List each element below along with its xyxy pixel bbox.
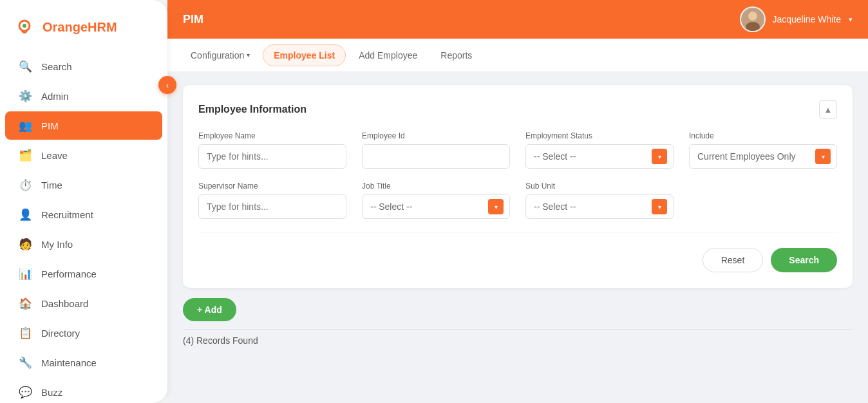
- buzz-icon: 💬: [18, 385, 32, 399]
- include-group: Include Current Employees Only ▾: [689, 131, 837, 169]
- job-title-label: Job Title: [362, 182, 510, 191]
- sidebar-collapse-button[interactable]: ‹: [158, 76, 176, 94]
- search-button[interactable]: Search: [771, 248, 837, 272]
- sidebar-item-pim[interactable]: 👥 PIM: [5, 111, 162, 140]
- sidebar-item-buzz[interactable]: 💬 Buzz: [5, 378, 162, 403]
- form-row-2: Supervisor Name Job Title -- Select -- ▾…: [198, 182, 837, 219]
- directory-icon: 📋: [18, 326, 32, 340]
- sidebar-item-directory[interactable]: 📋 Directory: [5, 319, 162, 347]
- sub-unit-group: Sub Unit -- Select -- ▾: [525, 182, 674, 219]
- tab-reports[interactable]: Reports: [430, 45, 482, 66]
- card-header: Employee Information ▲: [198, 100, 837, 118]
- sub-unit-select[interactable]: -- Select --: [525, 194, 674, 219]
- employee-info-card: Employee Information ▲ Employee Name Emp…: [183, 85, 853, 288]
- employee-id-label: Employee Id: [362, 131, 510, 140]
- employment-status-select[interactable]: -- Select --: [525, 144, 674, 169]
- svg-point-2: [23, 24, 26, 28]
- records-count: (4) Records Found: [183, 335, 258, 346]
- records-divider: [183, 329, 853, 330]
- sidebar-item-recruitment[interactable]: 👤 Recruitment: [5, 200, 162, 229]
- card-title: Employee Information: [198, 104, 307, 115]
- tab-employee-list[interactable]: Employee List: [263, 44, 346, 66]
- sidebar-item-label: Recruitment: [41, 209, 93, 220]
- logo-icon: [13, 15, 36, 39]
- form-row-1: Employee Name Employee Id Employment Sta…: [198, 131, 837, 169]
- topbar: PIM Jacqueline White ▾: [167, 0, 868, 39]
- sidebar: OrangeHRM ‹ 🔍 Search ⚙️ Admin 👥 PIM 🗂️ L…: [0, 0, 167, 403]
- sidebar-item-label: Dashboard: [41, 298, 88, 309]
- avatar: [740, 6, 766, 32]
- actions-row: Reset Search: [198, 243, 837, 272]
- sidebar-nav: 🔍 Search ⚙️ Admin 👥 PIM 🗂️ Leave ⏱️ Time…: [0, 52, 167, 403]
- tab-add-employee[interactable]: Add Employee: [348, 45, 428, 66]
- user-menu[interactable]: Jacqueline White ▾: [740, 6, 853, 32]
- supervisor-name-input[interactable]: [198, 194, 346, 219]
- sidebar-item-label: Time: [41, 180, 62, 191]
- leave-icon: 🗂️: [18, 148, 32, 162]
- employee-id-group: Employee Id: [362, 131, 510, 169]
- include-select[interactable]: Current Employees Only: [689, 144, 837, 169]
- employee-name-label: Employee Name: [198, 131, 346, 140]
- sidebar-item-time[interactable]: ⏱️ Time: [5, 171, 162, 199]
- maintenance-icon: 🔧: [18, 355, 32, 370]
- recruitment-icon: 👤: [18, 207, 32, 221]
- sidebar-item-label: Admin: [41, 91, 69, 102]
- main-content: PIM Jacqueline White ▾ Configuration ▾Em…: [167, 0, 868, 403]
- logo-text: OrangeHRM: [42, 20, 117, 35]
- admin-icon: ⚙️: [18, 89, 32, 103]
- sidebar-item-my-info[interactable]: 🧑 My Info: [5, 230, 162, 258]
- employee-id-input[interactable]: [362, 144, 510, 169]
- supervisor-name-label: Supervisor Name: [198, 182, 346, 191]
- reset-button[interactable]: Reset: [703, 248, 764, 272]
- content-area: Employee Information ▲ Employee Name Emp…: [167, 72, 868, 403]
- sidebar-item-label: Performance: [41, 268, 97, 279]
- sidebar-item-label: Search: [41, 61, 72, 72]
- sidebar-item-search[interactable]: 🔍 Search: [5, 52, 162, 80]
- tab-configuration-chevron-icon: ▾: [247, 52, 250, 59]
- employment-status-label: Employment Status: [525, 131, 674, 140]
- svg-point-4: [748, 12, 757, 21]
- card-divider: [198, 232, 837, 232]
- records-section: + Add (4) Records Found: [183, 298, 853, 346]
- logo: OrangeHRM: [0, 10, 167, 52]
- pim-icon: 👥: [18, 118, 32, 133]
- include-label: Include: [689, 131, 837, 140]
- my-info-icon: 🧑: [18, 237, 32, 251]
- sidebar-item-label: Buzz: [41, 387, 62, 398]
- sidebar-item-admin[interactable]: ⚙️ Admin: [5, 82, 162, 110]
- sidebar-item-label: PIM: [41, 120, 59, 131]
- employment-status-select-wrapper: -- Select -- ▾: [525, 144, 674, 169]
- sub-unit-label: Sub Unit: [525, 182, 674, 191]
- employee-name-input[interactable]: [198, 144, 346, 169]
- employment-status-group: Employment Status -- Select -- ▾: [525, 131, 674, 169]
- job-title-group: Job Title -- Select -- ▾: [362, 182, 510, 219]
- sidebar-item-maintenance[interactable]: 🔧 Maintenance: [5, 348, 162, 377]
- supervisor-name-group: Supervisor Name: [198, 182, 346, 219]
- sidebar-item-leave[interactable]: 🗂️ Leave: [5, 141, 162, 169]
- user-menu-chevron-icon: ▾: [849, 15, 853, 24]
- sidebar-item-label: My Info: [41, 239, 73, 250]
- sidebar-item-performance[interactable]: 📊 Performance: [5, 259, 162, 288]
- employee-name-group: Employee Name: [198, 131, 346, 169]
- dashboard-icon: 🏠: [18, 296, 32, 310]
- performance-icon: 📊: [18, 267, 32, 281]
- time-icon: ⏱️: [18, 178, 32, 192]
- search-icon: 🔍: [18, 59, 32, 73]
- sidebar-item-label: Leave: [41, 150, 68, 161]
- sidebar-item-label: Directory: [41, 328, 80, 339]
- tab-configuration[interactable]: Configuration ▾: [180, 45, 260, 66]
- card-collapse-button[interactable]: ▲: [819, 100, 837, 118]
- job-title-select[interactable]: -- Select --: [362, 194, 510, 219]
- sidebar-item-dashboard[interactable]: 🏠 Dashboard: [5, 289, 162, 317]
- user-name: Jacqueline White: [772, 14, 841, 24]
- add-button[interactable]: + Add: [183, 298, 236, 321]
- tabs-bar: Configuration ▾Employee ListAdd Employee…: [167, 39, 868, 72]
- include-select-wrapper: Current Employees Only ▾: [689, 144, 837, 169]
- sidebar-item-label: Maintenance: [41, 357, 97, 368]
- job-title-select-wrapper: -- Select -- ▾: [362, 194, 510, 219]
- sub-unit-select-wrapper: -- Select -- ▾: [525, 194, 674, 219]
- topbar-title: PIM: [183, 13, 203, 26]
